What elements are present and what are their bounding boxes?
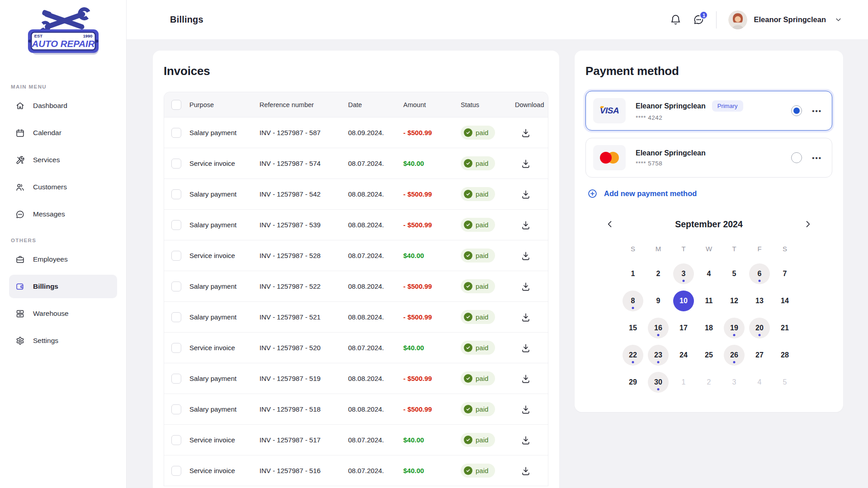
wallet-icon: [153, 14, 164, 25]
sidebar-item-label: Dashboard: [33, 102, 67, 110]
download-button[interactable]: [521, 374, 541, 384]
row-checkbox[interactable]: [171, 343, 181, 353]
download-button[interactable]: [521, 312, 541, 322]
calendar-day[interactable]: 9: [648, 291, 669, 311]
row-checkbox[interactable]: [171, 282, 181, 291]
calendar-day-next-month[interactable]: 1: [673, 372, 694, 393]
calendar-day[interactable]: 28: [774, 345, 795, 366]
column-header: Date: [348, 101, 403, 108]
sidebar-item-billings[interactable]: Billings: [9, 275, 117, 298]
calendar-day[interactable]: 5: [724, 263, 745, 284]
calendar-day[interactable]: 13: [749, 291, 770, 311]
calendar-day-next-month[interactable]: 5: [774, 372, 795, 393]
sidebar-item-services[interactable]: Services: [9, 148, 117, 172]
calendar-day[interactable]: 2: [648, 263, 669, 284]
download-button[interactable]: [521, 343, 541, 353]
calendar-day[interactable]: 14: [774, 291, 795, 311]
amount-cell: - $500.99: [403, 375, 461, 382]
calendar-day[interactable]: 18: [698, 318, 719, 338]
add-payment-method-label: Add new payment method: [604, 189, 697, 198]
calendar-day[interactable]: 22: [623, 345, 643, 366]
calendar-day[interactable]: 7: [774, 263, 795, 284]
card-last4: **** 5758: [636, 160, 791, 167]
sidebar-item-warehouse[interactable]: Warehouse: [9, 302, 117, 325]
amount-cell: $40.00: [403, 344, 461, 352]
select-all-checkbox[interactable]: [171, 100, 181, 110]
calendar-day[interactable]: 27: [749, 345, 770, 366]
download-button[interactable]: [521, 128, 541, 138]
sidebar-item-label: Services: [33, 156, 60, 164]
visa-wordmark: VISA: [600, 106, 619, 116]
calendar-day[interactable]: 6: [749, 263, 770, 284]
calendar-day[interactable]: 16: [648, 318, 669, 338]
add-payment-method-button[interactable]: Add new payment method: [587, 188, 697, 199]
calendar-next-button[interactable]: [802, 218, 814, 230]
row-checkbox[interactable]: [171, 220, 181, 230]
calendar-day[interactable]: 29: [623, 372, 643, 393]
calendar-day[interactable]: 11: [698, 291, 719, 311]
notifications-button[interactable]: [670, 14, 681, 25]
payment-method-options-button[interactable]: •••: [812, 154, 822, 162]
row-checkbox[interactable]: [171, 312, 181, 322]
calendar-day[interactable]: 4: [698, 263, 719, 284]
status-label: paid: [476, 282, 488, 290]
payment-method-visa[interactable]: VISAEleanor SpringcleanPrimary**** 4242•…: [585, 91, 832, 131]
row-checkbox[interactable]: [171, 435, 181, 445]
payment-method-options-button[interactable]: •••: [812, 107, 822, 115]
calendar-day-next-month[interactable]: 3: [724, 372, 745, 393]
row-checkbox[interactable]: [171, 189, 181, 199]
row-checkbox[interactable]: [171, 128, 181, 138]
download-button[interactable]: [521, 251, 541, 261]
payment-method-title: Payment method: [585, 64, 832, 78]
status-badge: paid: [461, 371, 495, 385]
sidebar-item-dashboard[interactable]: Dashboard: [9, 94, 117, 117]
amount-cell: $40.00: [403, 467, 461, 474]
calendar-prev-button[interactable]: [604, 218, 616, 230]
reference-cell: INV - 1257987 - 528: [259, 252, 348, 259]
row-checkbox[interactable]: [171, 374, 181, 384]
download-button[interactable]: [521, 282, 541, 291]
row-checkbox[interactable]: [171, 159, 181, 169]
payment-method-radio[interactable]: [791, 105, 802, 116]
status-label: paid: [476, 252, 488, 259]
calendar-day[interactable]: 24: [673, 345, 694, 366]
date-cell: 08.07.2024.: [348, 467, 403, 474]
messages-button[interactable]: 1: [693, 14, 704, 25]
calendar-day[interactable]: 19: [724, 318, 745, 338]
calendar-day[interactable]: 30: [648, 372, 669, 393]
download-button[interactable]: [521, 404, 541, 414]
calendar-day[interactable]: 8: [623, 291, 643, 311]
calendar-day[interactable]: 17: [673, 318, 694, 338]
calendar-day[interactable]: 26: [724, 345, 745, 366]
sidebar-item-calendar[interactable]: Calendar: [9, 121, 117, 145]
sidebar-item-employees[interactable]: Employees: [9, 248, 117, 271]
calendar-day[interactable]: 21: [774, 318, 795, 338]
sidebar-item-settings[interactable]: Settings: [9, 329, 117, 352]
sidebar-item-messages[interactable]: Messages: [9, 202, 117, 226]
download-button[interactable]: [521, 466, 541, 476]
payment-method-mastercard[interactable]: Eleanor Springclean**** 5758•••: [585, 138, 832, 178]
row-checkbox[interactable]: [171, 404, 181, 414]
sidebar-item-customers[interactable]: Customers: [9, 175, 117, 199]
download-button[interactable]: [521, 435, 541, 445]
row-checkbox[interactable]: [171, 251, 181, 261]
calendar-day-next-month[interactable]: 4: [749, 372, 770, 393]
payment-method-radio[interactable]: [791, 152, 802, 163]
calendar-day[interactable]: 10: [673, 291, 694, 311]
calendar-day[interactable]: 12: [724, 291, 745, 311]
user-menu[interactable]: Eleanor Springclean: [728, 10, 843, 29]
calendar-day[interactable]: 20: [749, 318, 770, 338]
calendar-day[interactable]: 1: [623, 263, 643, 284]
download-button[interactable]: [521, 189, 541, 199]
download-button[interactable]: [521, 159, 541, 169]
calendar-day[interactable]: 3: [673, 263, 694, 284]
status-label: paid: [476, 467, 488, 474]
users-icon: [15, 183, 25, 192]
download-button[interactable]: [521, 220, 541, 230]
home-icon: [15, 101, 25, 111]
calendar-day[interactable]: 15: [623, 318, 643, 338]
calendar-day[interactable]: 25: [698, 345, 719, 366]
row-checkbox[interactable]: [171, 466, 181, 476]
calendar-day-next-month[interactable]: 2: [698, 372, 719, 393]
calendar-day[interactable]: 23: [648, 345, 669, 366]
